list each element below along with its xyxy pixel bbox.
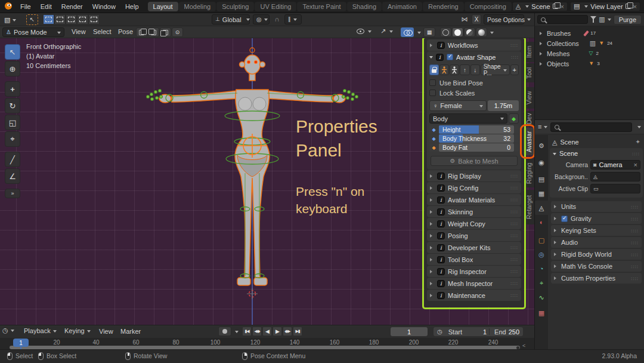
panel-developer-kits[interactable]: Developer Kits	[427, 242, 521, 253]
overlays-toggle[interactable]	[401, 27, 414, 37]
viewport-menu-pose[interactable]: Pose	[113, 28, 138, 35]
scene-selector[interactable]: ◬ Scene ×	[512, 2, 568, 11]
menu-render[interactable]: Render	[57, 3, 88, 10]
next-keyframe-button[interactable]: ◆▶	[283, 327, 292, 336]
tab-object-data[interactable]: ⌖	[535, 276, 548, 290]
auto-keying-toggle[interactable]	[218, 327, 231, 336]
unlink-scene-icon[interactable]: ×	[561, 3, 564, 10]
workspace-tab-animation[interactable]: Animation	[382, 2, 422, 11]
viewport-menu-view[interactable]: View	[67, 28, 91, 35]
editor-type-button[interactable]: ▧	[2, 14, 18, 25]
height-slider[interactable]: Height 53	[439, 125, 514, 134]
panel-rigid-body-world[interactable]: Rigid Body World	[551, 249, 642, 260]
outliner-row-brushes[interactable]: Brushes 17	[535, 28, 644, 38]
stopwatch-icon[interactable]: ◷	[437, 329, 442, 335]
region-collapse-arrow[interactable]: <	[522, 343, 525, 349]
panel-skinning[interactable]: Skinning	[427, 206, 521, 217]
menu-help[interactable]: Help	[120, 3, 144, 10]
current-frame-field[interactable]: 1	[391, 327, 428, 336]
playhead[interactable]: 1	[13, 339, 29, 347]
panel-posing[interactable]: Posing	[427, 230, 521, 241]
tab-world[interactable]: ◐	[535, 215, 548, 229]
avatar-size-field[interactable]: 1.75m	[488, 100, 519, 111]
workspace-tab-uv-editing[interactable]: UV Editing	[255, 2, 296, 11]
panel-workflows[interactable]: Workflows	[427, 39, 521, 51]
panel-units[interactable]: Units	[551, 201, 642, 212]
shape-section-dropdown[interactable]: Body	[429, 113, 507, 124]
npanel-tab-retarget[interactable]: Retarget	[524, 190, 534, 224]
xray-toggle[interactable]: ▦	[423, 27, 435, 37]
new-scene-icon[interactable]	[553, 4, 558, 9]
filter-icon[interactable]	[590, 16, 596, 23]
jump-end-button[interactable]: ▶▮	[293, 327, 302, 336]
paste-pose-flipped-button[interactable]	[160, 27, 171, 37]
scene-panel-header[interactable]: Scene	[550, 148, 643, 159]
panel-gravity[interactable]: Gravity	[551, 213, 642, 224]
tool-transform[interactable]: ⌖	[5, 131, 20, 147]
blender-logo-icon[interactable]	[4, 2, 13, 11]
panel-rig-display[interactable]: Rig Display	[427, 170, 521, 182]
tab-output[interactable]: ▤	[535, 172, 548, 186]
add-preset-button[interactable]: +	[510, 64, 519, 75]
properties-editor-type-button[interactable]: ≡	[538, 124, 547, 130]
panel-weight-copy[interactable]: Weight Copy	[427, 218, 521, 229]
export-shape-button[interactable]: ↑	[460, 64, 469, 75]
use-bind-pose-row[interactable]: Use Bind Pose	[429, 78, 519, 87]
end-frame-field[interactable]: 250	[509, 328, 519, 336]
snap-toggle-button[interactable]: ∩	[272, 14, 282, 24]
tab-tool[interactable]: ⚙	[535, 139, 548, 153]
bake-to-mesh-button[interactable]: ⚙ Bake to Mesh	[431, 156, 518, 166]
menu-edit[interactable]: Edit	[36, 3, 57, 10]
keying-set-button[interactable]: ⊙	[172, 27, 183, 37]
object-visibility-dropdown[interactable]	[357, 29, 371, 34]
menu-window[interactable]: Window	[88, 3, 120, 10]
outliner-row-meshes[interactable]: Meshes ▽ 2	[535, 48, 644, 59]
outliner-search-input[interactable]	[537, 15, 588, 24]
background-field[interactable]: ◬	[590, 172, 640, 182]
camera-field[interactable]: ◙ Camera ×	[590, 160, 640, 170]
npanel-tab-item[interactable]: Item	[524, 42, 534, 62]
panel-maintenance[interactable]: Maintenance	[427, 290, 521, 301]
use-bind-pose-checkbox[interactable]	[429, 79, 436, 86]
workspace-tab-compositing[interactable]: Compositing	[465, 2, 512, 11]
panel-rig-inspector[interactable]: Rig Inspector	[427, 266, 521, 277]
tool-cursor[interactable]: ⊕	[5, 61, 20, 76]
male-shape-button[interactable]	[439, 64, 449, 75]
shading-solid-button[interactable]	[452, 27, 463, 37]
workspace-tab-sculpting[interactable]: Sculpting	[216, 2, 254, 11]
tab-view-layer[interactable]: ▦	[535, 186, 548, 201]
body-thickness-slider[interactable]: Body Thickness 32	[439, 134, 514, 143]
tool-annotate[interactable]: ╱	[5, 152, 20, 167]
mirror-x-toggle[interactable]: X	[472, 14, 481, 24]
start-frame-field[interactable]: 1	[465, 328, 487, 336]
outliner-row-collections[interactable]: Collections ▥ ▼ 24	[535, 38, 644, 48]
lock-scales-checkbox[interactable]	[429, 90, 436, 96]
timeline-view-menu[interactable]: View	[99, 328, 113, 335]
npanel-tab-rigging[interactable]: Rigging	[524, 159, 534, 187]
panel-tool-box[interactable]: Tool Box	[427, 254, 521, 265]
panel-keying-sets[interactable]: Keying Sets	[551, 225, 642, 236]
npanel-tab-tool[interactable]: Tool	[524, 63, 534, 82]
properties-options-dropdown[interactable]	[635, 125, 641, 129]
remove-view-layer-icon[interactable]: ×	[633, 3, 637, 10]
gravity-checkbox[interactable]	[561, 216, 568, 222]
shading-material-button[interactable]	[464, 27, 475, 37]
select-mode-intersect-button[interactable]	[88, 14, 100, 24]
select-mode-subtract-button[interactable]	[66, 14, 77, 24]
copy-pose-button[interactable]	[136, 27, 147, 37]
toolbar-expand[interactable]: »	[5, 189, 20, 198]
shape-presets-dropdown[interactable]: Shape P...	[481, 64, 510, 75]
avatar-shape-enable-checkbox[interactable]	[447, 54, 453, 60]
select-mode-extend-button[interactable]	[54, 14, 66, 24]
workspace-tab-texture-paint[interactable]: Texture Paint	[297, 2, 346, 11]
tool-rotate[interactable]: ↻	[5, 98, 20, 113]
active-clip-field[interactable]: ▭	[590, 184, 640, 193]
shading-wireframe-button[interactable]	[440, 27, 451, 37]
import-shape-button[interactable]: ↓	[470, 64, 480, 75]
play-reverse-button[interactable]: ◀	[262, 327, 272, 336]
gender-dropdown[interactable]: ♀ Female	[429, 100, 487, 111]
mode-dropdown[interactable]: ♙ Pose Mode	[2, 27, 64, 37]
select-mode-new-button[interactable]	[43, 14, 54, 24]
pin-icon[interactable]: ✦	[636, 139, 640, 145]
outliner-display-mode-dropdown[interactable]: ▥	[599, 16, 611, 23]
